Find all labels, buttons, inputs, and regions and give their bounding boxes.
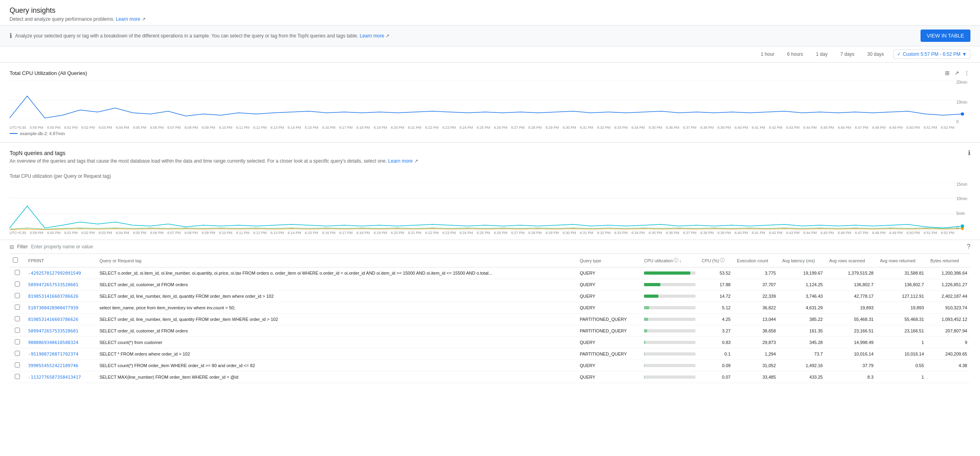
topn-learn-more-link[interactable]: Learn more [388, 158, 413, 164]
row-checkbox-cell [10, 291, 25, 302]
page-title: Query insights [10, 6, 970, 15]
cpu-pct-cell: 5.12 [699, 302, 734, 314]
row-checkbox-2[interactable] [15, 293, 20, 298]
fprint-cell: -951908728871702374 [25, 348, 97, 360]
cpu-bar-fill [644, 352, 644, 356]
row-checkbox-9[interactable] [15, 374, 20, 379]
row-checkbox-7[interactable] [15, 351, 20, 356]
query-text-9: SELECT MAX(line_number) FROM order_item … [99, 375, 238, 379]
topn-section-title: TopN queries and tags ℹ [10, 149, 970, 157]
avg-latency-cell: 1,492.16 [779, 360, 826, 371]
total-cpu-chart-section: Total CPU Utilization (All Queries) ⊞ ↗ … [0, 63, 980, 143]
row-checkbox-cell [10, 279, 25, 291]
filter-input[interactable] [31, 244, 964, 250]
type-cell: QUERY [577, 371, 641, 383]
fprint-link-1[interactable]: 5099472657533528601 [28, 282, 79, 287]
fprint-cell: 5107300428900477939 [25, 302, 97, 314]
fprint-link-7[interactable]: -951908728871702374 [28, 352, 79, 357]
time-btn-1hour[interactable]: 1 hour [758, 50, 778, 59]
row-checkbox-8[interactable] [15, 362, 20, 368]
query-text-2: SELECT order_id, line_number, item_id, q… [99, 294, 274, 299]
time-btn-1day[interactable]: 1 day [813, 50, 831, 59]
view-in-table-button[interactable]: VIEW IN TABLE [921, 29, 970, 42]
cpu-util-info-icon[interactable]: ⓘ [674, 257, 678, 264]
select-all-checkbox[interactable] [13, 257, 18, 263]
fprint-link-3[interactable]: 5107300428900477939 [28, 305, 79, 311]
fprint-link-4[interactable]: 8198531416603786626 [28, 317, 79, 322]
table-header-row: FPRINT Query or Request tag Query type C… [10, 254, 970, 267]
cpu-bar-container [644, 375, 695, 379]
cpu-pct-cell: 17.88 [699, 279, 734, 291]
fprint-cell: 5099472657533528601 [25, 325, 97, 337]
query-cell: select item_name, price from item_invent… [96, 302, 577, 314]
row-checkbox-3[interactable] [15, 305, 20, 310]
topn-section: TopN queries and tags ℹ An overview of t… [0, 143, 980, 164]
table-row: 5099472657533528601 SELECT order_id, cus… [10, 279, 970, 291]
type-cell: QUERY [577, 302, 641, 314]
time-controls: 1 hour 6 hours 1 day 7 days 30 days ✓ Cu… [0, 46, 980, 63]
filter-label: Filter [17, 244, 28, 250]
fprint-link-5[interactable]: 5099472657533528601 [28, 328, 79, 334]
bytes-returned-cell: 1,226,851.27 [927, 279, 970, 291]
time-btn-6hours[interactable]: 6 hours [784, 50, 806, 59]
cpu-pct-cell: 53.52 [699, 267, 734, 279]
type-cell: QUERY [577, 291, 641, 302]
chart-action-btn-2[interactable]: ↗ [954, 69, 960, 77]
table-help-icon[interactable]: ? [967, 243, 970, 250]
cpu-bar-bg [644, 364, 695, 367]
row-checkbox-1[interactable] [15, 281, 20, 287]
custom-time-selector[interactable]: ✓ Custom 5:57 PM - 6:52 PM ▼ [893, 49, 970, 59]
table-row: -951908728871702374 SELECT * FROM orders… [10, 348, 970, 360]
cpu-bar-bg [644, 341, 695, 344]
row-checkbox-5[interactable] [15, 328, 20, 333]
avg-rows-scanned-cell: 8.3 [826, 371, 877, 383]
row-checkbox-6[interactable] [15, 339, 20, 344]
info-text: Analyze your selected query or tag with … [15, 33, 917, 39]
fprint-link-9[interactable]: -1132776587358413417 [28, 375, 81, 380]
sort-desc-icon[interactable]: ↓ [679, 258, 682, 263]
avg-rows-returned-cell: 1 [877, 371, 927, 383]
row-checkbox-0[interactable] [15, 270, 20, 275]
fprint-link-8[interactable]: 3990554552422189746 [28, 363, 79, 368]
cpu-util-cell [641, 291, 698, 302]
table-row: -4292570127992091549 SELECT o.order_id, … [10, 267, 970, 279]
cpu-bar-container [644, 295, 695, 298]
checkmark-icon: ✓ [897, 51, 901, 57]
avg-rows-scanned-cell: 55,468.31 [826, 314, 877, 325]
topn-info-icon[interactable]: ℹ [968, 149, 970, 157]
chart-legend: example-db-2: 4.87min [10, 131, 970, 136]
avg-rows-returned-cell: 19,893 [877, 302, 927, 314]
time-btn-30days[interactable]: 30 days [864, 50, 887, 59]
cpu-pct-info-icon[interactable]: ⓘ [720, 257, 725, 264]
avg-latency-cell: 3,746.43 [779, 291, 826, 302]
bytes-returned-cell: 2,402,187.44 [927, 291, 970, 302]
query-cell: SELECT order_id, line_number, item_id, q… [96, 314, 577, 325]
cpu-bar-bg [644, 283, 695, 286]
fprint-link-0[interactable]: -4292570127992091549 [28, 271, 81, 276]
table-scroll-wrapper[interactable]: FPRINT Query or Request tag Query type C… [10, 254, 970, 383]
row-checkbox-cell [10, 360, 25, 371]
cpu-util-cell [641, 314, 698, 325]
time-btn-7days[interactable]: 7 days [837, 50, 858, 59]
cpu-per-query-chart-title: Total CPU utilization (per Query or Requ… [10, 173, 970, 179]
cpu-util-cell [641, 337, 698, 348]
exec-count-cell: 38,658 [734, 325, 779, 337]
fprint-link-6[interactable]: 9080869340618588324 [28, 340, 79, 345]
cpu-util-cell [641, 348, 698, 360]
avg-latency-cell: 433.25 [779, 371, 826, 383]
fprint-link-2[interactable]: 8198531416603786626 [28, 294, 79, 299]
learn-more-link-banner[interactable]: Learn more [360, 33, 384, 39]
row-checkbox-cell [10, 325, 25, 337]
learn-more-link-header[interactable]: Learn more [116, 16, 140, 22]
chart-title: Total CPU Utilization (All Queries) ⊞ ↗ … [10, 69, 970, 77]
cpu-pct-cell: 4.25 [699, 314, 734, 325]
row-checkbox-4[interactable] [15, 316, 20, 321]
chart-action-btn-3[interactable]: ⋮ [963, 69, 970, 77]
avg-latency-cell: 4,631.29 [779, 302, 826, 314]
avg-rows-returned-cell: 136,802.7 [877, 279, 927, 291]
chart-action-btn-1[interactable]: ⊞ [944, 69, 950, 77]
cpu-util-cell [641, 302, 698, 314]
exec-count-cell: 37,707 [734, 279, 779, 291]
bytes-returned-cell [927, 371, 970, 383]
row-checkbox-cell [10, 337, 25, 348]
